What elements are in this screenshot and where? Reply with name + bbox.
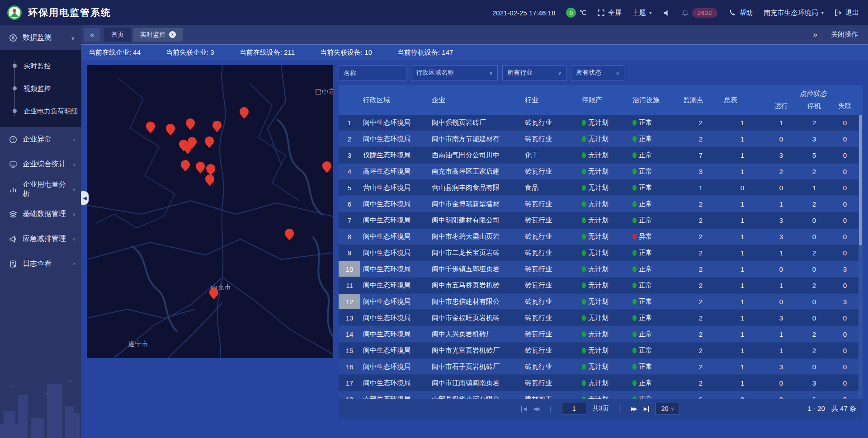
row-stop-count: 3 [799,375,830,391]
row-company: 阆中市金福旺页岩机砖 [429,310,522,325]
status-dot-green [632,348,637,353]
notifications[interactable]: 2632 [681,8,718,18]
table-row[interactable]: 11阆中生态环境局阆中市五马桥页岩机砖砖瓦行业无计划正常21120 [339,278,863,294]
row-monitor-count: 2 [680,212,721,228]
row-facility-status: 正常 [630,375,680,391]
main-area: « 首页实时监控× » 关闭操作 当前在线企业: 44当前失联企业: 3当前在线… [81,25,868,438]
table-row[interactable]: 3仪陇生态环境局西南油气田分公司川中化工无计划正常71350 [339,147,863,164]
tab-0[interactable]: 首页 [104,28,131,42]
row-stop-count: 6 [799,391,830,399]
page-size-select[interactable]: 20 ∨ [656,403,680,414]
row-total-count: 1 [721,245,764,260]
sidebar-item-3[interactable]: 企业用电量分析‹ [0,177,81,202]
sidebar-collapse-button[interactable]: ◀ [81,191,89,205]
table-row[interactable]: 6阆中生态环境局阆中市金博瑞新型墙材砖瓦行业无计划正常21120 [339,196,863,212]
tabs-scroll-right-button[interactable]: » [813,30,817,39]
row-run-count: 3 [764,212,799,228]
map-pin[interactable] [205,174,214,188]
name-filter-input[interactable] [339,65,406,80]
prev-page-button[interactable]: ◀◀ [533,406,539,412]
table-row[interactable]: 18南部生态环境局南部县双华小河有限公建材加工无计划正常60060 [339,391,863,399]
map-pin[interactable] [166,124,175,137]
last-page-button[interactable]: ▶ [644,406,649,412]
row-index: 7 [339,212,360,228]
table-row[interactable]: 9阆中生态环境局阆中市二龙长宝页岩砖砖瓦行业无计划正常21120 [339,245,863,261]
row-index: 15 [339,343,360,358]
status-dot-green [582,299,586,305]
stat-item-4: 当前停机设备: 147 [397,48,453,57]
sound-toggle[interactable] [663,9,670,17]
row-industry: 建材加工 [522,391,579,399]
map-pin[interactable] [205,137,214,150]
map-pin[interactable] [186,118,195,132]
table-row[interactable]: 10阆中生态环境局阆中千佛镇五郎垭页岩砖瓦行业无计划正常21003 [339,261,863,278]
region-filter-select[interactable]: 行政区域名称 ∨ [411,65,498,80]
table-row[interactable]: 8阆中生态环境局阆中市枣碧大梁山页岩砖瓦行业无计划异常21300 [339,229,863,245]
column-header: 总表 [721,96,764,104]
table-row[interactable]: 5营山生态环境局营山县润丰肉食品有限食品无计划正常10010 [339,180,863,196]
fullscreen-button[interactable]: 全屏 [597,9,622,17]
table-row[interactable]: 1阆中生态环境局阆中强锐页岩砖厂砖瓦行业无计划正常21120 [339,115,863,131]
table-row[interactable]: 17阆中生态环境局阆中市江南镇阆南页岩砖瓦行业无计划正常21030 [339,375,863,391]
first-page-button[interactable]: ◀ [521,406,527,412]
row-total-count: 1 [721,115,764,130]
row-facility-status: 正常 [630,359,680,374]
table-row[interactable]: 7阆中生态环境局阆中明阳建材有限公司砖瓦行业无计划正常21300 [339,212,863,229]
table-row[interactable]: 4高坪生态环境局南充市高坪区王家店建砖瓦行业无计划正常31220 [339,164,863,180]
table-scrollbar[interactable] [859,115,863,399]
row-industry: 砖瓦行业 [522,343,579,358]
map-canvas[interactable]: 巴中市南充市遂宁市 [87,65,333,358]
tab-close-icon[interactable]: × [169,31,176,38]
map-pin[interactable] [285,229,294,242]
sidebar-item-1[interactable]: 企业异常‹ [0,127,81,152]
scrollbar-thumb[interactable] [859,115,862,245]
row-run-count: 1 [764,115,799,130]
table-row[interactable]: 13阆中生态环境局阆中市金福旺页岩机砖砖瓦行业无计划正常21300 [339,310,863,326]
row-region: 阆中生态环境局 [360,212,429,228]
sidebar-item-5[interactable]: 应急减排管理‹ [0,226,81,251]
map-pin[interactable] [146,122,155,135]
column-header: 治污设施 [630,96,680,104]
skyline-building [65,406,74,438]
sidebar-subitem-0[interactable]: 实时监控 [0,55,81,77]
sidebar-item-4[interactable]: 基础数据管理‹ [0,202,81,226]
map-pin[interactable] [196,162,205,175]
status-dot-green [582,250,586,256]
butterfly-decoration [68,379,72,383]
notification-count-badge: 2632 [692,8,718,18]
table-row[interactable]: 15阆中生态环境局阆中市光富页岩机砖厂砖瓦行业无计划正常21120 [339,343,863,359]
status-text: 无计划 [588,363,609,371]
industry-filter-select[interactable]: 所有行业 ∨ [502,65,566,80]
row-stop-count: 0 [799,294,830,309]
map-pin[interactable] [209,288,218,301]
table-row[interactable]: 14阆中生态环境局阆中大兴页岩机砖厂砖瓦行业无计划正常21120 [339,326,863,343]
sidebar-item-6[interactable]: 日志查看‹ [0,251,81,276]
sidebar-subitem-1[interactable]: 视频监控 [0,77,81,100]
map-pin[interactable] [240,107,249,120]
tab-1[interactable]: 实时监控× [133,28,183,42]
table-row[interactable]: 12阆中生态环境局阆中市忠信建材有限公砖瓦行业无计划正常21003 [339,294,863,310]
help-button[interactable]: 帮助 [728,9,753,17]
temperature-unit: ℃ [579,9,586,16]
base-data-icon [9,210,17,218]
map-pin[interactable] [181,160,190,173]
table-row[interactable]: 2阆中生态环境局阆中市南方节能建材有砖瓦行业无计划正常21030 [339,131,863,147]
map[interactable]: 巴中市南充市遂宁市 [87,65,333,358]
close-operations-button[interactable]: 关闭操作 [831,30,858,39]
theme-dropdown[interactable]: 主题 ▾ [632,9,652,17]
status-text: 正常 [639,118,652,127]
table-row[interactable]: 16阆中生态环境局阆中市石子页岩机砖厂砖瓦行业无计划正常21300 [339,359,863,375]
row-production-status: 无计划 [579,359,630,374]
page-number-input[interactable] [562,403,586,414]
sidebar-item-2[interactable]: 企业综合统计‹ [0,152,81,177]
sidebar-subitem-2[interactable]: 企业电力负荷明细 [0,100,81,122]
map-pin[interactable] [322,161,331,174]
tabs-scroll-left-button[interactable]: « [84,28,100,42]
logout-button[interactable]: 退出 [835,9,859,17]
status-filter-select[interactable]: 所有状态 ∨ [571,65,624,80]
next-page-button[interactable]: ▶▶ [631,406,637,412]
column-header: 监测点 [680,96,721,104]
map-pin[interactable] [212,121,222,134]
user-dropdown[interactable]: 南充市生态环境局 ▾ [764,9,824,17]
sidebar-item-0[interactable]: 数据监测∨ [0,25,81,50]
